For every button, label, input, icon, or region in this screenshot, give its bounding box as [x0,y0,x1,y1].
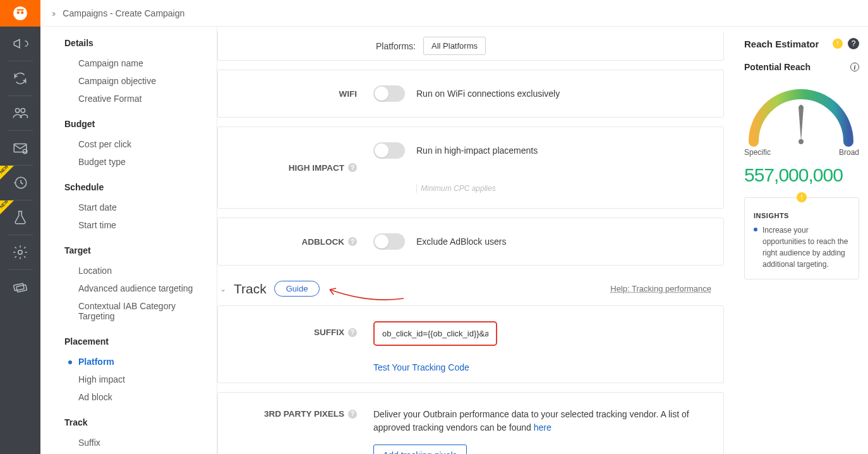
nav-item[interactable]: Start time [64,216,208,234]
help-icon[interactable]: ? [348,237,357,246]
nav-item[interactable]: Start date [64,199,208,216]
track-heading: Track [234,281,267,297]
adblock-label: ADBLOCK [302,237,345,247]
megaphone-icon[interactable] [0,27,40,61]
svg-point-9 [18,250,23,255]
pixels-label: 3RD PARTY PIXELS [264,409,344,419]
history-icon[interactable] [0,166,40,200]
warning-icon[interactable]: ! [833,39,843,49]
high-impact-label: HIGH IMPACT [289,163,344,173]
nav-head[interactable]: Placement [64,336,208,347]
nav-head[interactable]: Track [64,417,208,427]
svg-point-5 [21,108,25,113]
people-icon[interactable] [0,96,40,130]
svg-point-4 [15,108,20,113]
wifi-row: WIFI Run on WiFi connections exclusively [218,70,723,117]
reach-value: 557,000,000 [744,164,859,186]
wifi-text: Run on WiFi connections exclusively [416,89,560,99]
nav-item[interactable]: Cost per click [64,135,208,153]
wifi-toggle[interactable] [373,85,405,102]
refresh-icon[interactable] [0,61,40,95]
potential-reach-label: Potential Reach [744,62,811,72]
svg-rect-10 [14,283,25,291]
svg-point-1 [17,11,20,14]
nav-head[interactable]: Target [64,245,208,255]
adblock-text: Exclude AdBlock users [416,236,506,247]
adblock-row: ADBLOCK? Exclude AdBlock users [218,218,723,265]
breadcrumb: Campaigns - Create Campaign [63,8,184,18]
svg-rect-11 [16,285,27,292]
help-icon[interactable]: ? [848,38,859,49]
pixels-row: 3RD PARTY PIXELS? Deliver your Outbrain … [218,393,723,454]
high-impact-row: HIGH IMPACT? Run in high-impact placemen… [218,127,723,208]
track-section-head: ⌄ Track Guide Help: Tracking performance [217,281,724,297]
scale-left: Specific [744,148,771,157]
warning-icon: ! [797,192,807,202]
brand-logo[interactable] [0,0,40,27]
svg-point-2 [21,11,23,14]
gear-icon[interactable] [0,235,40,269]
guide-button[interactable]: Guide [274,281,320,297]
nav-item-active[interactable]: Platform [64,353,208,371]
high-impact-text: Run in high-impact placements [416,145,538,156]
reach-estimator-panel: Reach Estimator ! ? Potential Reachi Spe… [735,27,868,454]
nav-item[interactable]: Campaign name [64,54,208,72]
vendors-link[interactable]: here [534,422,552,433]
nav-item[interactable]: 3rd party pixel [64,451,208,454]
sidebar-nav: Details Campaign name Campaign objective… [40,27,217,454]
help-icon[interactable]: ? [348,163,357,172]
caret-down-icon[interactable]: ⌄ [220,285,226,293]
suffix-row: SUFFIX? Test Your Tracking Code [218,306,723,383]
svg-point-0 [13,6,27,20]
help-icon[interactable]: ? [348,410,357,419]
platforms-row: Platforms: All Platforms [217,32,724,61]
scale-right: Broad [839,148,859,157]
nav-head[interactable]: Schedule [64,182,208,192]
reach-heading: Reach Estimator [744,39,819,49]
pixels-description: Deliver your Outbrain performance data t… [373,409,689,433]
nav-item[interactable]: Contextual IAB Category Targeting [64,297,208,325]
info-icon[interactable]: i [850,63,859,71]
nav-head[interactable]: Details [64,38,208,48]
add-tracking-pixels-button[interactable]: Add tracking pixels [373,445,467,454]
chevron-right-icon: ›› [52,8,54,18]
nav-item[interactable]: Ad block [64,388,208,406]
svg-rect-3 [17,9,24,11]
tickets-icon[interactable] [0,270,40,304]
high-impact-toggle[interactable] [373,142,405,159]
nav-item[interactable]: Budget type [64,153,208,171]
test-tracking-link[interactable]: Test Your Tracking Code [373,362,469,372]
help-icon[interactable]: ? [348,328,357,337]
nav-item[interactable]: Suffix [64,434,208,451]
flask-icon[interactable] [0,200,40,235]
nav-head[interactable]: Budget [64,119,208,129]
suffix-input[interactable] [373,321,497,346]
annotation-arrow [325,285,407,302]
suffix-label: SUFFIX [314,328,344,337]
svg-point-12 [799,139,804,144]
reach-gauge [744,78,859,147]
nav-item[interactable]: Campaign objective [64,72,208,90]
adblock-toggle[interactable] [373,233,405,250]
tracking-help-link[interactable]: Help: Tracking performance [610,284,711,293]
breadcrumb-bar: ›› Campaigns - Create Campaign [40,0,868,27]
svg-rect-6 [14,144,27,152]
nav-item[interactable]: High impact [64,371,208,388]
platform-chip[interactable]: All Platforms [423,37,486,55]
insights-heading: INSIGHTS [754,212,850,219]
nav-item[interactable]: Creative Format [64,90,208,107]
platforms-label: Platforms: [376,41,416,51]
nav-item[interactable]: Advanced audience targeting [64,279,208,297]
high-impact-note: Minimum CPC applies [416,184,496,193]
nav-item[interactable]: Location [64,262,208,279]
mail-icon[interactable] [0,131,40,165]
wifi-label: WIFI [339,89,358,99]
insight-item: Increase your opportunities to reach the… [754,224,850,270]
insights-box: ! INSIGHTS Increase your opportunities t… [744,197,859,279]
